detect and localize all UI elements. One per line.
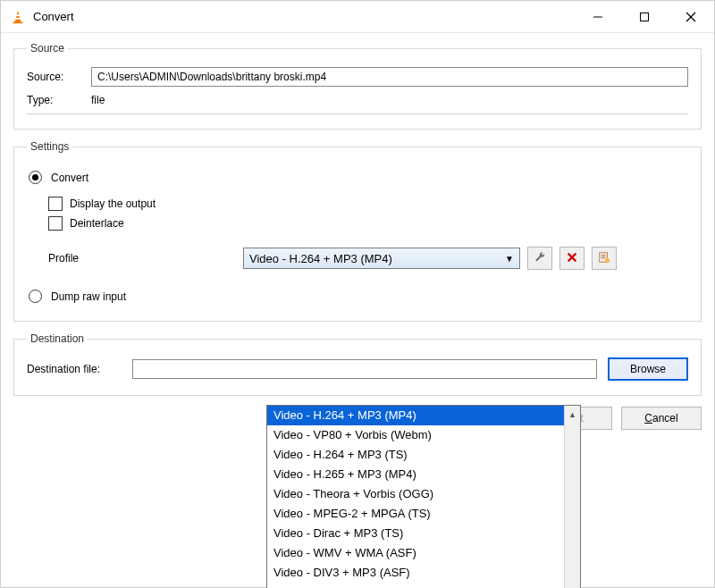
new-profile-icon (598, 251, 610, 266)
browse-button[interactable]: Browse (608, 357, 688, 381)
profile-option[interactable]: Video - H.265 + MP3 (MP4) (267, 465, 564, 484)
profile-option[interactable]: Audio - Vorbis (OGG) (267, 583, 564, 588)
svg-marker-0 (14, 10, 21, 21)
edit-profile-button[interactable] (527, 247, 552, 270)
svg-rect-2 (15, 17, 21, 19)
display-output-checkbox[interactable] (48, 197, 63, 211)
dialog-content: Source Source: Type: file Settings Conve… (1, 33, 714, 587)
destination-label: Destination file: (27, 363, 132, 375)
profile-option[interactable]: Video - DIV3 + MP3 (ASF) (267, 563, 564, 583)
profile-selected-text: Video - H.264 + MP3 (MP4) (249, 252, 392, 265)
minimize-button[interactable] (575, 1, 621, 32)
dump-raw-label: Dump raw input (51, 290, 126, 303)
maximize-button[interactable] (621, 1, 668, 32)
profile-option[interactable]: Video - Dirac + MP3 (TS) (267, 524, 564, 543)
profile-dropdown: Video - H.264 + MP3 (MP4) Video - VP80 +… (266, 405, 581, 588)
deinterlace-label: Deinterlace (70, 217, 124, 230)
svg-rect-1 (15, 14, 20, 16)
convert-radio-row[interactable]: Convert (29, 171, 688, 184)
profile-option[interactable]: Video - H.264 + MP3 (MP4) (267, 406, 564, 425)
profile-dropdown-list: Video - H.264 + MP3 (MP4) Video - VP80 +… (267, 406, 564, 588)
profile-option[interactable]: Video - MPEG-2 + MPGA (TS) (267, 504, 564, 524)
vlc-cone-icon (10, 9, 26, 25)
cancel-button[interactable]: Cancel (621, 407, 702, 430)
cancel-button-label: Cancel (644, 412, 677, 424)
chevron-down-icon: ▼ (505, 254, 514, 264)
display-output-label: Display the output (70, 197, 156, 210)
convert-dialog: Convert Source Source: Type: file (0, 0, 715, 588)
source-label: Source: (27, 71, 91, 83)
dump-raw-radio-row[interactable]: Dump raw input (29, 290, 688, 303)
svg-point-14 (605, 257, 610, 262)
display-output-row[interactable]: Display the output (48, 197, 688, 211)
window-title: Convert (33, 10, 575, 23)
delete-icon (566, 251, 578, 266)
svg-rect-3 (13, 21, 23, 23)
convert-radio[interactable] (29, 171, 42, 184)
svg-rect-5 (641, 13, 649, 21)
type-label: Type: (27, 94, 91, 106)
destination-group: Destination Destination file: Browse (13, 332, 702, 396)
wrench-icon (534, 251, 546, 266)
profile-option[interactable]: Video - H.264 + MP3 (TS) (267, 445, 564, 465)
close-button[interactable] (668, 1, 714, 32)
source-legend: Source (27, 42, 68, 55)
convert-radio-label: Convert (51, 172, 88, 184)
delete-profile-button[interactable] (559, 247, 585, 270)
window-controls (575, 1, 714, 32)
scroll-up-icon[interactable]: ▲ (566, 407, 580, 422)
dump-raw-radio[interactable] (29, 290, 42, 303)
deinterlace-checkbox[interactable] (48, 216, 63, 231)
new-profile-button[interactable] (592, 247, 617, 270)
source-group: Source Source: Type: file (13, 42, 702, 130)
destination-legend: Destination (27, 332, 88, 345)
settings-group: Settings Convert Display the output Dein… (13, 140, 702, 322)
source-input[interactable] (91, 67, 688, 87)
profile-option[interactable]: Video - VP80 + Vorbis (Webm) (267, 425, 564, 445)
destination-input[interactable] (132, 359, 597, 379)
profile-option[interactable]: Video - Theora + Vorbis (OGG) (267, 484, 564, 504)
profile-combobox[interactable]: Video - H.264 + MP3 (MP4) ▼ (243, 248, 520, 269)
profile-option[interactable]: Video - WMV + WMA (ASF) (267, 543, 564, 563)
type-value: file (91, 94, 105, 106)
deinterlace-row[interactable]: Deinterlace (48, 216, 688, 231)
settings-legend: Settings (27, 140, 72, 153)
titlebar: Convert (1, 1, 714, 33)
dropdown-scrollbar[interactable]: ▲ ▼ (564, 406, 580, 588)
source-divider (27, 113, 688, 114)
browse-button-label: Browse (630, 363, 666, 375)
profile-label: Profile (27, 252, 243, 265)
